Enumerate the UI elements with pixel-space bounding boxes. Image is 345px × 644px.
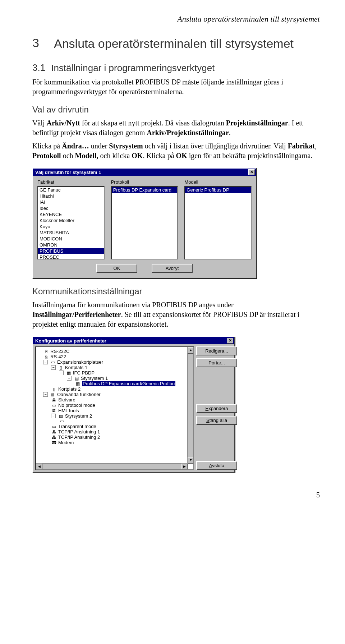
scrollbar-vertical[interactable]: ▲ ▼ [187,347,193,464]
dialog-driver-select: Välj drivrutin för styrsystem 1 ✕ Fabrik… [32,168,257,279]
chapter-title: Ansluta operatörsterminalen till styrsys… [54,36,294,51]
page-number: 5 [32,491,320,499]
list-item[interactable]: IAI [38,199,104,205]
collapse-icon[interactable]: − [59,371,64,375]
plc-icon: ▤ [74,376,79,381]
running-header: Ansluta operatörsterminalen till styrsys… [32,14,320,24]
paragraph-comm: Inställningarna för kommunikationen via … [32,300,320,329]
paragraph-driver-2: Klicka på Ändra… under Styrsystem och vä… [32,141,320,161]
list-item[interactable]: KEYENCE [38,211,104,217]
tree-node-expslots[interactable]: −▭Expansionskortplatser [37,359,193,365]
tree-node-blank[interactable]: ▭ [37,419,193,424]
tree-node-modem[interactable]: ☎Modem [37,440,193,445]
list-item[interactable]: Generic Profibus DP [185,187,251,193]
list-item[interactable]: Idec [38,205,104,211]
paragraph-intro: För kommunikation via protokollet PROFIB… [32,77,320,97]
list-item[interactable]: PROSEC [38,254,104,259]
tree-node-transp[interactable]: ▭Transparent mode [37,424,193,429]
scroll-up-icon[interactable]: ▲ [188,347,194,354]
ports-button[interactable]: Portar... [196,358,237,367]
ok-button[interactable]: OK [96,264,137,273]
tree-node-noproto[interactable]: ▭No protocol mode [37,402,193,408]
scroll-right-icon[interactable]: ▶ [181,464,188,470]
slots-icon: ▭ [50,360,56,365]
modem-icon: ☎ [51,440,57,445]
edit-button[interactable]: Redigera... [196,346,237,355]
listbox-fabrikat[interactable]: GE FanucHitachiIAIIdecKEYENCEKlockner Mo… [37,186,105,259]
label-fabrikat: Fabrikat [37,179,105,185]
section-title: Inställningar i programmerings­verktyget [51,62,215,74]
list-item[interactable]: GE Fanuc [38,187,104,193]
list-item[interactable]: Klockner Moeller [38,217,104,224]
tree-node-unused[interactable]: −🗑Oanvända funktioner [37,392,193,397]
mode-icon: ▭ [51,424,57,429]
collapse-icon[interactable]: − [43,360,48,364]
tree-node-rs422[interactable]: ⎘RS-422 [37,354,193,359]
exit-button[interactable]: Avsluta [196,461,237,470]
expand-label: xpandera [208,406,228,411]
list-item[interactable]: Koyo [38,224,104,230]
dialog2-titlebar[interactable]: Konfiguration av periferienheter ✕ [33,337,234,344]
dialog2-title: Konfiguration av periferienheter [35,338,106,344]
subheading-driver: Val av drivrutin [32,105,320,115]
scroll-left-icon[interactable]: ◀ [36,464,42,470]
edit-label: edigera... [209,348,228,354]
header-rule [32,33,320,33]
listbox-protokoll[interactable]: Profibus DP Expansion card [111,186,178,259]
tree-node-sys1[interactable]: −▤Styrsystem 1 [37,376,193,381]
exit-label: vsluta [212,463,224,468]
scrollbar-horizontal[interactable]: ◀ ▶ [36,463,188,469]
listbox-modell[interactable]: Generic Profibus DP [184,186,252,259]
slot-icon: ▯ [51,387,57,392]
tree-node-printer[interactable]: 🖶Skrivare [37,397,193,402]
generic-icon: ▭ [51,403,57,408]
list-item[interactable]: Hitachi [38,193,104,199]
tree-node-ifc[interactable]: −▦IFC PBDP [37,370,193,376]
collapse-icon[interactable]: − [51,365,56,370]
subheading-comm: Kommunikationsinställningar [32,286,320,296]
port-icon: ⎘ [43,354,49,359]
scroll-down-icon[interactable]: ▼ [188,457,194,464]
peripheral-tree[interactable]: ⎘RS-232C ⎘RS-422 −▭Expansionskortplatser… [35,346,194,470]
collapse-icon[interactable]: − [67,376,72,381]
dialog1-title: Välj drivrutin för styrsystem 1 [35,170,101,175]
slot-icon: ▯ [58,365,64,370]
expand-button[interactable]: Expandera [196,404,237,413]
tools-icon: 🛠 [51,408,57,413]
dialog-peripheral-config: Konfiguration av periferienheter ✕ ⎘RS-2… [32,336,235,473]
close-icon[interactable]: ✕ [227,338,233,344]
network-icon: 🖧 [51,435,57,440]
closeall-label: täng alla [210,418,227,423]
ports-label: ortar... [212,360,225,365]
tree-node-tcp1[interactable]: 🖧TCP/IP Anslutning 1 [37,429,193,434]
tree-node-slot2[interactable]: ▯Kortplats 2 [37,386,193,392]
tree-node-hmi[interactable]: 🛠HMI Tools [37,408,193,413]
list-item[interactable]: PROFIBUS [38,248,104,254]
card-icon: ▦ [66,371,72,376]
blank-icon: ▭ [59,419,65,424]
dialog1-titlebar[interactable]: Välj drivrutin för styrsystem 1 ✕ [33,169,256,176]
list-item[interactable]: OMRON [38,242,104,248]
tree-node-sys2[interactable]: −▤Styrsystem 2 [37,413,193,419]
list-item[interactable]: MATSUSHITA [38,230,104,236]
collapse-icon[interactable]: − [51,414,56,418]
tree-node-selected-driver[interactable]: ▦Profibus DP Expansion card/Generic Prof… [37,381,193,386]
tree-node-tcp2[interactable]: 🖧TCP/IP Anslutning 2 [37,434,193,440]
tree-node-rs232[interactable]: ⎘RS-232C [37,349,193,354]
plc-icon: ▤ [58,414,64,419]
tree-node-slot1[interactable]: −▯Kortplats 1 [37,365,193,370]
printer-icon: 🖶 [51,397,57,402]
list-item[interactable]: MODICON [38,236,104,242]
port-icon: ⎘ [43,349,49,354]
collapse-icon[interactable]: − [43,392,48,397]
paragraph-driver-1: Välj Arkiv/Nytt för att skapa ett nytt p… [32,118,320,138]
network-icon: 🖧 [51,429,57,434]
section-number: 3.1 [32,62,45,73]
driver-icon: ▦ [75,381,80,386]
cancel-button[interactable]: Avbryt [152,264,193,273]
label-protokoll: Protokoll [111,179,178,185]
list-item[interactable]: Profibus DP Expansion card [112,187,178,193]
close-icon[interactable]: ✕ [248,169,255,175]
closeall-button[interactable]: Stäng alla [196,416,237,425]
trash-icon: 🗑 [50,392,56,397]
